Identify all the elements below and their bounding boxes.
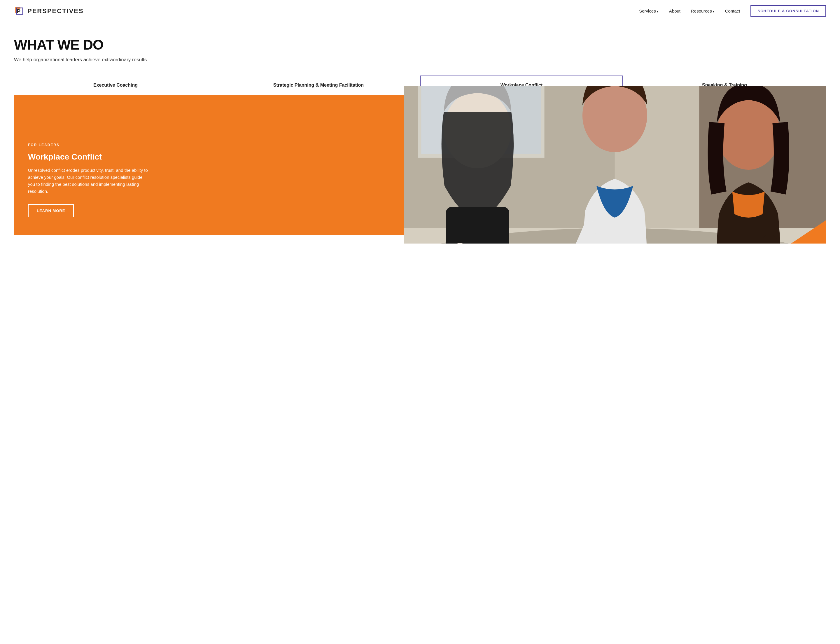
service-panel: FOR LEADERS Workplace Conflict Unresolve… — [14, 95, 826, 235]
svg-rect-13 — [446, 207, 509, 243]
svg-text:P: P — [17, 8, 20, 14]
nav-link-about[interactable]: About — [669, 8, 681, 13]
logo-text: PERSPECTIVES — [28, 7, 84, 15]
nav-item-contact[interactable]: Contact — [725, 8, 740, 14]
nav-item-resources[interactable]: Resources — [691, 8, 715, 14]
meeting-scene-illustration — [404, 86, 826, 243]
meeting-photo-bg — [404, 86, 826, 243]
panel-image — [404, 86, 826, 243]
nav-item-services[interactable]: Services — [639, 8, 659, 14]
learn-more-button[interactable]: LEARN MORE — [28, 204, 74, 217]
panel-content: FOR LEADERS Workplace Conflict Unresolve… — [14, 125, 164, 235]
panel-outer: FOR LEADERS Workplace Conflict Unresolve… — [14, 95, 826, 235]
nav-link-resources[interactable]: Resources — [691, 8, 715, 13]
tab-strategic-planning[interactable]: Strategic Planning & Meeting Facilitatio… — [217, 76, 420, 95]
main-content: WHAT WE DO We help organizational leader… — [0, 22, 840, 235]
nav-item-about[interactable]: About — [669, 8, 681, 14]
panel-body: Unresolved conflict erodes productivity,… — [28, 167, 151, 195]
section-subtitle: We help organizational leaders achieve e… — [14, 57, 826, 63]
nav-cta-item[interactable]: SCHEDULE A CONSULTATION — [750, 5, 826, 16]
panel-triangle-decoration — [791, 220, 826, 243]
section-title: WHAT WE DO — [14, 37, 826, 53]
nav-link-contact[interactable]: Contact — [725, 8, 740, 13]
p-logo-icon: P — [14, 5, 25, 16]
nav-links: Services About Resources Contact SCHEDUL… — [639, 5, 826, 16]
navbar: P PERSPECTIVES Services About Resources … — [0, 0, 840, 22]
logo: P PERSPECTIVES — [14, 5, 84, 16]
tab-executive-coaching[interactable]: Executive Coaching — [14, 76, 217, 95]
schedule-consultation-button[interactable]: SCHEDULE A CONSULTATION — [750, 5, 826, 16]
panel-tag: FOR LEADERS — [28, 143, 151, 147]
panel-heading: Workplace Conflict — [28, 152, 151, 162]
nav-link-services[interactable]: Services — [639, 8, 659, 13]
